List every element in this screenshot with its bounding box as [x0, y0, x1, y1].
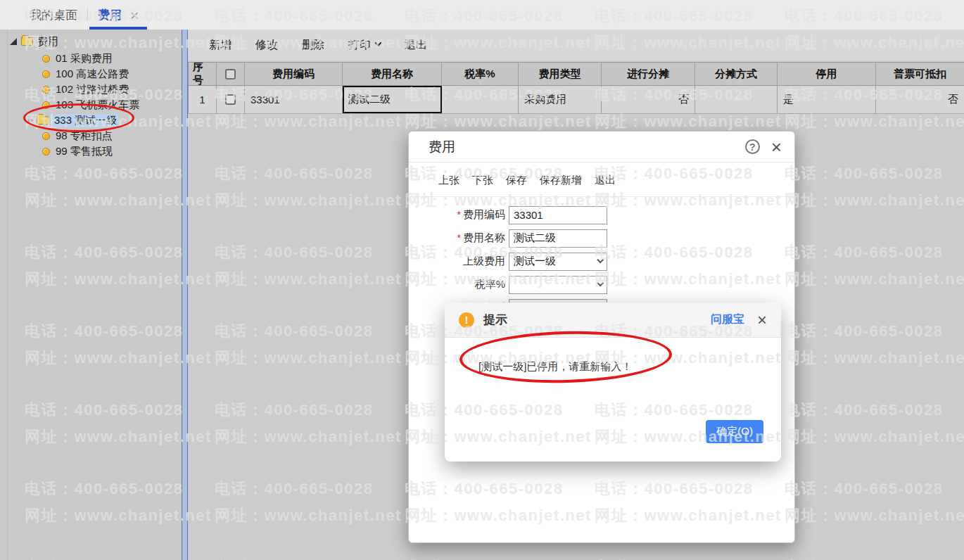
dialog-toolbar: 上张 下张 保存 保存新增 退出 — [409, 174, 794, 197]
warning-icon: ! — [459, 312, 474, 328]
header-stopped: 停用 — [778, 63, 876, 85]
required-mark: * — [457, 232, 461, 243]
dialog-form: *费用编码 *费用名称 上级费用 测试一级 税率% *费用类型 — [409, 197, 794, 319]
cell-share[interactable]: 否 — [602, 86, 695, 113]
parent-label: 上级费用 — [409, 255, 509, 268]
expense-table: 序号 费用编码 费用名称 税率% 费用类型 进行分摊 分摊方式 停用 普票可抵扣… — [188, 62, 964, 114]
annotation-ellipse-tree-item — [23, 103, 134, 132]
header-code: 费用编码 — [245, 63, 343, 85]
tree-item-102[interactable]: 102 过路过桥费 — [0, 82, 182, 97]
tree-root-expense[interactable]: 费用 — [0, 32, 182, 51]
header-seq: 序号 — [188, 63, 217, 85]
code-field[interactable] — [509, 206, 607, 224]
tab-bar: 我的桌面 费用 × — [0, 0, 964, 30]
header-select — [217, 63, 245, 85]
tree-root-label: 费用 — [37, 35, 58, 49]
header-type: 费用类型 — [519, 63, 602, 85]
table-header-row: 序号 费用编码 费用名称 税率% 费用类型 进行分摊 分摊方式 停用 普票可抵扣 — [188, 62, 964, 86]
cell-name-focused[interactable]: 测试二级 — [343, 86, 442, 113]
delete-button[interactable]: 删除 — [302, 38, 324, 53]
cell-deductible[interactable]: 否 — [876, 86, 964, 113]
edit-button[interactable]: 修改 — [255, 38, 278, 53]
form-row-name: *费用名称 — [409, 227, 794, 250]
bullet-icon — [42, 55, 50, 63]
tax-label: 税率% — [409, 278, 509, 291]
parent-select-value: 测试一级 — [514, 255, 556, 268]
dialog-exit-button[interactable]: 退出 — [595, 174, 616, 187]
cell-stopped[interactable]: 是 — [778, 86, 876, 113]
dialog-header: 费用 ? × — [409, 132, 794, 163]
print-label: 打印 — [348, 38, 371, 53]
caret-expanded-icon[interactable] — [10, 38, 17, 45]
alert-dialog: ! 提示 问服宝 × [测试一级]已停用，请重新输入！ 确定(O) — [445, 303, 781, 462]
list-toolbar: 新增 修改 删除 打印 退出 — [188, 30, 964, 61]
ok-button[interactable]: 确定(O) — [706, 420, 763, 443]
tab-label: 费用 — [98, 7, 122, 23]
alert-title: 提示 — [483, 312, 507, 328]
tree-item-label: 102 过路过桥费 — [56, 83, 129, 96]
close-dialog-icon[interactable]: × — [771, 138, 782, 156]
print-button[interactable]: 打印 — [348, 38, 381, 53]
tree-item-label: 01 采购费用 — [56, 52, 113, 65]
header-deductible: 普票可抵扣 — [876, 63, 964, 85]
bullet-icon — [42, 86, 50, 94]
required-mark: * — [457, 209, 461, 220]
panel-splitter[interactable] — [182, 30, 188, 560]
tree-item-label: 99 零售抵现 — [56, 145, 113, 158]
save-button[interactable]: 保存 — [506, 174, 527, 187]
close-alert-icon[interactable]: × — [757, 312, 767, 329]
header-tax: 税率% — [442, 63, 519, 85]
form-row-code: *费用编码 — [409, 203, 794, 227]
header-share: 进行分摊 — [602, 63, 695, 85]
tree-item-100[interactable]: 100 高速公路费 — [0, 66, 182, 82]
bullet-icon — [42, 132, 50, 140]
name-label: *费用名称 — [409, 231, 509, 245]
tab-my-desktop[interactable]: 我的桌面 — [20, 0, 87, 30]
bullet-icon — [42, 148, 50, 155]
chevron-down-icon — [597, 279, 604, 286]
row-checkbox[interactable] — [225, 94, 236, 105]
name-field[interactable] — [509, 229, 607, 248]
table-row[interactable]: 1 33301 测试二级 采购费用 否 是 否 — [188, 86, 964, 114]
folder-open-icon — [21, 37, 33, 46]
close-tab-icon[interactable]: × — [130, 8, 139, 23]
cell-code[interactable]: 33301 — [245, 86, 343, 113]
dialog-title: 费用 — [429, 138, 455, 156]
prev-record-button[interactable]: 上张 — [438, 174, 459, 187]
exit-button[interactable]: 退出 — [405, 38, 427, 53]
cell-tax[interactable] — [442, 86, 519, 113]
parent-select[interactable]: 测试一级 — [509, 253, 607, 271]
next-record-button[interactable]: 下张 — [472, 174, 493, 187]
save-new-button[interactable]: 保存新增 — [540, 174, 582, 187]
form-row-parent: 上级费用 测试一级 — [409, 250, 794, 273]
ask-service-link[interactable]: 问服宝 — [711, 312, 744, 327]
header-share-method: 分摊方式 — [695, 63, 778, 85]
tree-item-label: 100 高速公路费 — [56, 68, 129, 81]
chevron-down-icon — [375, 39, 382, 46]
header-name: 费用名称 — [343, 63, 442, 85]
tax-select[interactable] — [509, 276, 607, 294]
add-button[interactable]: 新增 — [209, 38, 232, 53]
bullet-icon — [42, 70, 50, 78]
code-label: *费用编码 — [409, 208, 509, 222]
tree-item-99[interactable]: 99 零售抵现 — [0, 144, 182, 159]
cell-select — [217, 86, 245, 113]
form-row-tax: 税率% — [409, 273, 794, 296]
tab-expense[interactable]: 费用 × — [88, 0, 148, 30]
help-icon[interactable]: ? — [745, 139, 760, 154]
chevron-down-icon — [597, 256, 604, 263]
select-all-checkbox[interactable] — [225, 69, 236, 79]
tab-label: 我的桌面 — [30, 7, 77, 23]
cell-share-method[interactable] — [695, 86, 778, 113]
tree-item-01[interactable]: 01 采购费用 — [0, 51, 182, 66]
cell-seq[interactable]: 1 — [188, 86, 217, 113]
cell-type[interactable]: 采购费用 — [519, 86, 602, 113]
